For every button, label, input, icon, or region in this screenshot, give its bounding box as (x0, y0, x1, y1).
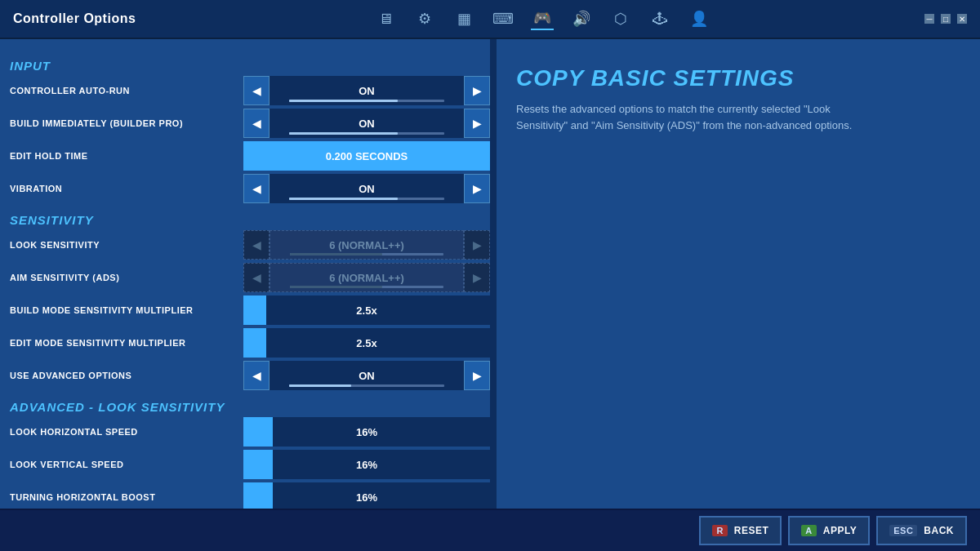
right-panel: COPY BASIC SETTINGS Resets the advanced … (497, 39, 980, 509)
arrow-right-auto-run[interactable]: ▶ (464, 76, 490, 105)
monitor-icon[interactable]: 🖥 (374, 7, 397, 30)
bar-vibration (289, 198, 444, 200)
bar-use-advanced (289, 384, 444, 387)
left-panel: INPUT CONTROLLER AUTO-RUN ◀ ON ▶ BUILD I… (0, 39, 490, 509)
label-look-v-speed: LOOK VERTICAL SPEED (7, 460, 243, 469)
value-aim-sensitivity: 6 (NORMAL++) (270, 263, 464, 292)
label-build-mode-mult: BUILD MODE SENSITIVITY MULTIPLIER (7, 305, 243, 315)
setting-row-auto-run: CONTROLLER AUTO-RUN ◀ ON ▶ (7, 76, 490, 105)
control-edit-mode-mult: 2.5x (243, 328, 490, 358)
control-look-v-speed: 16% (243, 450, 490, 479)
bar-fill-build-mode-mult (243, 295, 266, 325)
title-bar: Controller Options 🖥 ⚙ ▦ ⌨ 🎮 🔊 ⬡ 🕹 👤 ─ □… (0, 0, 980, 39)
setting-row-look-v-speed: LOOK VERTICAL SPEED 16% (7, 450, 490, 479)
setting-row-edit-hold-time: EDIT HOLD TIME 0.200 Seconds (7, 141, 490, 171)
main-content: INPUT CONTROLLER AUTO-RUN ◀ ON ▶ BUILD I… (0, 39, 980, 509)
bar-fill-look-h-speed (243, 417, 273, 447)
reset-label: RESET (734, 525, 769, 536)
setting-row-turn-h-boost: TURNING HORIZONTAL BOOST 16% (7, 482, 490, 509)
setting-row-use-advanced: USE ADVANCED OPTIONS ◀ ON ▶ (7, 361, 490, 390)
bottom-bar: R RESET A APPLY ESC BACK (0, 509, 980, 551)
arrow-right-use-advanced[interactable]: ▶ (464, 361, 490, 390)
arrow-left-build-immediately[interactable]: ◀ (243, 109, 270, 138)
arrow-left-use-advanced[interactable]: ◀ (243, 361, 270, 390)
gamepad-icon[interactable]: 🕹 (648, 7, 671, 30)
bar-fill-use-advanced (289, 384, 351, 387)
section-input-header: INPUT (7, 52, 490, 76)
text-look-h-speed: 16% (356, 426, 377, 438)
control-look-h-speed: 16% (243, 417, 490, 447)
user-icon[interactable]: 👤 (688, 7, 710, 30)
gear-icon[interactable]: ⚙ (413, 7, 436, 30)
setting-row-edit-mode-mult: EDIT MODE SENSITIVITY MULTIPLIER 2.5x (7, 328, 490, 358)
value-build-immediately: ON (270, 109, 464, 138)
minimize-button[interactable]: ─ (924, 14, 934, 24)
restore-button[interactable]: □ (941, 14, 951, 24)
control-build-mode-mult: 2.5x (243, 295, 490, 325)
arrow-left-auto-run[interactable]: ◀ (243, 76, 270, 105)
speaker-icon[interactable]: 🔊 (570, 7, 593, 30)
panel-divider (490, 39, 497, 509)
nav-icons: 🖥 ⚙ ▦ ⌨ 🎮 🔊 ⬡ 🕹 👤 (176, 7, 908, 30)
value-look-sensitivity: 6 (NORMAL++) (270, 230, 464, 260)
setting-row-look-sensitivity: LOOK SENSITIVITY ◀ 6 (NORMAL++) ▶ (7, 230, 490, 260)
bar-fill-aim-sensitivity (290, 286, 382, 288)
keyboard-icon[interactable]: ⌨ (492, 7, 514, 30)
back-key-label: ESC (889, 525, 917, 536)
label-turn-h-boost: TURNING HORIZONTAL BOOST (7, 492, 243, 502)
arrow-left-vibration[interactable]: ◀ (243, 174, 270, 203)
value-vibration: ON (270, 174, 464, 203)
controller-icon[interactable]: 🎮 (531, 7, 554, 30)
bar-auto-run (289, 100, 444, 102)
display-icon[interactable]: ▦ (452, 7, 475, 30)
label-edit-hold-time: EDIT HOLD TIME (7, 151, 243, 161)
close-button[interactable]: ✕ (957, 14, 967, 24)
value-look-h-speed[interactable]: 16% (243, 417, 490, 447)
control-turn-h-boost: 16% (243, 482, 490, 509)
text-edit-mode-mult: 2.5x (356, 337, 376, 349)
value-use-advanced: ON (270, 361, 464, 390)
label-build-immediately: BUILD IMMEDIATELY (BUILDER PRO) (7, 118, 243, 128)
arrow-right-vibration[interactable]: ▶ (464, 174, 490, 203)
bar-fill-build-immediately (289, 132, 398, 135)
reset-button[interactable]: R RESET (699, 516, 782, 545)
bar-fill-edit-mode-mult (243, 328, 266, 358)
control-auto-run: ◀ ON ▶ (243, 76, 490, 105)
copy-settings-desc: Resets the advanced options to match the… (516, 101, 859, 133)
label-vibration: VIBRATION (7, 184, 243, 193)
bar-fill-look-v-speed (243, 450, 273, 479)
control-build-immediately: ◀ ON ▶ (243, 109, 490, 138)
setting-row-aim-sensitivity: AIM SENSITIVITY (ADS) ◀ 6 (NORMAL++) ▶ (7, 263, 490, 292)
bar-fill-vibration (289, 198, 398, 200)
control-vibration: ◀ ON ▶ (243, 174, 490, 203)
slider-edit-hold-time[interactable]: 0.200 Seconds (243, 141, 490, 171)
label-aim-sensitivity: AIM SENSITIVITY (ADS) (7, 273, 243, 282)
apply-button[interactable]: A APPLY (788, 516, 870, 545)
label-auto-run: CONTROLLER AUTO-RUN (7, 86, 243, 96)
value-look-v-speed[interactable]: 16% (243, 450, 490, 479)
arrow-right-build-immediately[interactable]: ▶ (464, 109, 490, 138)
setting-row-build-immediately: BUILD IMMEDIATELY (BUILDER PRO) ◀ ON ▶ (7, 109, 490, 138)
setting-row-build-mode-mult: BUILD MODE SENSITIVITY MULTIPLIER 2.5x (7, 295, 490, 325)
network-icon[interactable]: ⬡ (609, 7, 632, 30)
value-turn-h-boost[interactable]: 16% (243, 482, 490, 509)
label-edit-mode-mult: EDIT MODE SENSITIVITY MULTIPLIER (7, 338, 243, 348)
arrow-right-look-sensitivity: ▶ (464, 230, 490, 260)
text-build-mode-mult: 2.5x (356, 304, 376, 317)
control-look-sensitivity: ◀ 6 (NORMAL++) ▶ (243, 230, 490, 260)
bar-build-immediately (289, 132, 444, 135)
back-label: BACK (924, 525, 954, 536)
arrow-right-aim-sensitivity: ▶ (464, 263, 490, 292)
bar-fill-auto-run (289, 100, 398, 102)
bar-fill-turn-h-boost (243, 482, 273, 509)
setting-row-vibration: VIBRATION ◀ ON ▶ (7, 174, 490, 203)
back-button[interactable]: ESC BACK (876, 516, 967, 545)
apply-key-label: A (801, 525, 816, 536)
value-edit-mode-mult[interactable]: 2.5x (243, 328, 490, 358)
reset-key-label: R (712, 525, 727, 536)
arrow-left-look-sensitivity: ◀ (243, 230, 270, 260)
value-auto-run: ON (270, 76, 464, 105)
control-aim-sensitivity: ◀ 6 (NORMAL++) ▶ (243, 263, 490, 292)
value-build-mode-mult[interactable]: 2.5x (243, 295, 490, 325)
control-use-advanced: ◀ ON ▶ (243, 361, 490, 390)
